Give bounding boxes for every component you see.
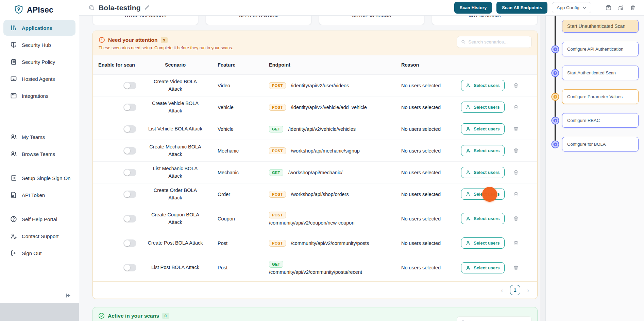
analytics-button[interactable] <box>617 4 625 12</box>
sign-out-icon <box>10 250 17 256</box>
reason-text: No users selected <box>394 192 458 197</box>
step-status-icon: ! <box>552 45 559 53</box>
workflow-step-configure-parameter-values[interactable]: ! Configure Parameter Values <box>562 89 639 104</box>
workflow-step-start-unauthenticated-scan[interactable]: Start Unauthenticated Scan <box>562 20 639 33</box>
archive-app-button[interactable] <box>605 4 612 12</box>
enable-toggle[interactable] <box>123 191 136 198</box>
sidebar-item-label: Browse Teams <box>22 151 55 157</box>
trash-icon <box>513 191 519 197</box>
sidebar-item-label: Applications <box>22 25 52 31</box>
collapse-sidebar-button[interactable] <box>65 292 71 299</box>
sidebar-item-my-teams[interactable]: My Teams <box>3 129 75 145</box>
next-page-button[interactable]: › <box>527 287 529 293</box>
enable-toggle[interactable] <box>123 169 136 176</box>
workflow-step-configure-api-authentication[interactable]: ! Configure API Authentication <box>562 42 639 56</box>
sidebar-item-api-token[interactable]: API Token <box>3 187 75 203</box>
delete-scenario-button[interactable] <box>513 240 519 246</box>
scenario-name: Create Order BOLA Attack <box>144 187 207 202</box>
select-users-button[interactable]: Select users <box>461 80 505 91</box>
collapse-icon <box>65 292 71 299</box>
method-badge: GET <box>269 261 283 268</box>
feature-name: Mechanic <box>207 170 258 175</box>
enable-toggle[interactable] <box>123 264 136 271</box>
trash-icon <box>513 104 519 110</box>
sidebar-item-label: Security Policy <box>22 59 55 65</box>
stat-card-active-in-scans[interactable]: ACTIVE IN SCANS <box>319 16 425 25</box>
sidebar-item-label: API Token <box>22 192 45 198</box>
trash-icon <box>513 265 519 271</box>
brand-logo: APIsec <box>0 0 79 19</box>
select-users-button[interactable]: Select users <box>461 237 505 249</box>
endpoint-path: /workshop/api/shop/orders <box>291 192 349 197</box>
sidebar: APIsec Applications Security Hub Securit… <box>0 0 79 321</box>
sidebar-item-contact-support[interactable]: Contact Support <box>3 228 75 244</box>
edit-title-icon[interactable] <box>145 5 150 10</box>
enable-toggle[interactable] <box>123 147 136 155</box>
trash-icon <box>513 148 519 154</box>
table-row: Create Mechanic BOLA Attack Mechanic POS… <box>93 140 537 162</box>
table-row: List Mechanic BOLA Attack Mechanic GET/w… <box>93 162 537 183</box>
sidebar-item-setup-sso[interactable]: Setup Single Sign On <box>3 170 75 186</box>
enable-toggle[interactable] <box>123 239 136 247</box>
sidebar-item-browse-teams[interactable]: Browse Teams <box>3 146 75 162</box>
sidebar-item-sign-out[interactable]: Sign Out <box>3 245 75 261</box>
header-actions: Scan History Scan All Endpoints App Conf… <box>454 2 637 14</box>
col-header-enable: Enable for scan <box>93 62 144 68</box>
search-scenarios-input[interactable] <box>468 39 527 44</box>
copy-icon[interactable] <box>89 5 95 11</box>
user-plus-icon <box>466 216 471 221</box>
sidebar-item-applications[interactable]: Applications <box>3 20 75 36</box>
sidebar-item-security-policy[interactable]: Security Policy <box>3 54 75 70</box>
title-group: Bola-testing <box>89 4 150 12</box>
scan-history-button[interactable]: Scan History <box>454 2 492 14</box>
enable-toggle[interactable] <box>123 82 136 89</box>
workflow-step-label: Configure RBAC <box>567 118 600 123</box>
stat-card-need-attention[interactable]: NEED ATTENTION <box>206 16 311 25</box>
table-row: List Vehicle BOLA Attack Vehicle GET/ide… <box>93 118 537 140</box>
workflow-step-configure-for-bola[interactable]: ! Configure for BOLA <box>562 137 639 151</box>
trash-icon <box>513 126 519 132</box>
stat-card-not-in-scans[interactable]: NOT IN SCANS <box>432 16 538 25</box>
page-number[interactable]: 1 <box>510 285 520 295</box>
page-title: Bola-testing <box>99 4 141 12</box>
stat-label: TOTAL SCENARIOS <box>93 16 198 18</box>
step-status-icon: ! <box>552 93 559 101</box>
search-active-scenarios-input[interactable] <box>468 320 527 321</box>
select-users-button[interactable]: Select users <box>461 102 505 113</box>
select-users-button[interactable]: Select users <box>461 145 505 156</box>
delete-scenario-button[interactable] <box>513 191 519 197</box>
enable-toggle[interactable] <box>123 215 136 222</box>
app-config-dropdown[interactable]: App Config <box>552 2 591 13</box>
delete-scenario-button[interactable] <box>513 216 519 221</box>
applications-icon <box>10 24 17 31</box>
delete-scenario-button[interactable] <box>513 265 519 271</box>
delete-scenario-button[interactable] <box>513 148 519 154</box>
need-attention-count-badge: 9 <box>161 37 168 43</box>
sidebar-item-security-hub[interactable]: Security Hub <box>3 37 75 53</box>
stat-card-total-scenarios[interactable]: TOTAL SCENARIOS <box>92 16 198 25</box>
workflow-timeline <box>555 16 556 145</box>
vertical-scrollbar[interactable] <box>540 16 546 321</box>
pagination: ‹ 1 › <box>93 281 537 299</box>
table-row: Create Vehicle BOLA Attack Vehicle POST/… <box>93 96 537 118</box>
enable-toggle[interactable] <box>123 125 136 133</box>
select-users-button[interactable]: Select users <box>461 123 505 135</box>
delete-scenario-button[interactable] <box>513 83 519 88</box>
workflow-step-configure-rbac[interactable]: ! Configure RBAC <box>562 113 639 128</box>
sidebar-item-hosted-agents[interactable]: Hosted Agents <box>3 71 75 87</box>
enable-toggle[interactable] <box>123 104 136 111</box>
feature-name: Vehicle <box>207 126 258 132</box>
delete-scenario-button[interactable] <box>513 104 519 110</box>
prev-page-button[interactable]: ‹ <box>501 287 503 293</box>
sidebar-item-integrations[interactable]: Integrations <box>3 88 75 104</box>
trash-icon <box>513 170 519 175</box>
delete-scenario-button[interactable] <box>513 126 519 132</box>
delete-app-button[interactable] <box>629 4 637 12</box>
workflow-step-start-authenticated-scan[interactable]: ! Start Authenticated Scan <box>562 66 639 80</box>
select-users-button[interactable]: Select users <box>461 167 505 178</box>
scan-all-endpoints-button[interactable]: Scan All Endpoints <box>496 2 547 14</box>
select-users-button[interactable]: Select users <box>461 213 505 224</box>
select-users-button[interactable]: Select users <box>461 262 505 273</box>
delete-scenario-button[interactable] <box>513 170 519 175</box>
sidebar-item-self-help[interactable]: Self Help Portal <box>3 211 75 227</box>
